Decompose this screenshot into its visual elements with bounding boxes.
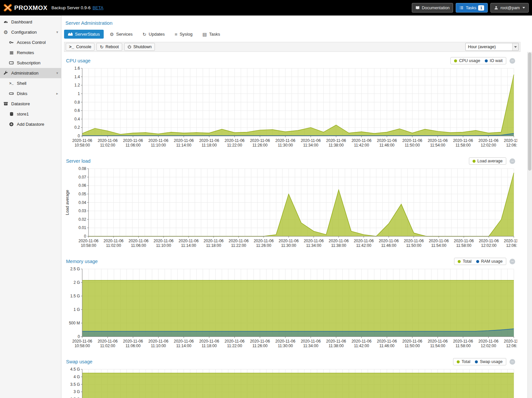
book-icon [415, 6, 420, 10]
reboot-button[interactable]: ↻ Reboot [96, 43, 122, 51]
svg-text:4.5 G: 4.5 G [70, 367, 80, 372]
svg-text:11:26:00: 11:26:00 [252, 344, 267, 348]
time-range-select[interactable]: Hour (average) [465, 43, 519, 51]
tab-serverstatus[interactable]: ServerStatus [64, 30, 104, 39]
svg-text:12:06:00: 12:06:00 [506, 344, 517, 348]
list-icon: ≡ [175, 32, 177, 37]
scrollbar-thumb[interactable] [528, 52, 531, 171]
svg-text:2.5 G: 2.5 G [70, 267, 80, 271]
svg-text:11:46:00: 11:46:00 [379, 143, 395, 148]
svg-text:1.2: 1.2 [74, 83, 80, 87]
sidebar-item-datastore[interactable]: Datastore [0, 99, 61, 109]
svg-text:1.6: 1.6 [74, 66, 80, 71]
svg-text:2020-11-06: 2020-11-06 [72, 339, 92, 344]
terminal-icon: >_ [9, 82, 14, 85]
svg-text:11:50:00: 11:50:00 [406, 243, 421, 248]
svg-text:11:22:00: 11:22:00 [227, 344, 242, 348]
collapse-panel-icon[interactable]: – [510, 259, 515, 264]
svg-text:2020-11-06: 2020-11-06 [275, 339, 296, 344]
tab-services[interactable]: ⚙ Services [106, 30, 136, 39]
select-trigger[interactable] [512, 43, 518, 50]
shutdown-button[interactable]: Shutdown [124, 43, 155, 51]
svg-text:2020-11-06: 2020-11-06 [379, 239, 399, 243]
time-range-value: Hour (average) [466, 45, 512, 49]
sidebar-item-shell[interactable]: >_ Shell [0, 78, 61, 88]
svg-text:11:06:00: 11:06:00 [125, 143, 141, 148]
tab-label: Updates [149, 32, 164, 37]
tab-updates[interactable]: ↻ Updates [139, 30, 169, 39]
svg-text:2020-11-06: 2020-11-06 [104, 239, 124, 243]
chart-legend: CPU usageIO wait [450, 57, 506, 64]
vertical-scrollbar[interactable] [527, 52, 532, 398]
sidebar-item-label: Configuration [11, 30, 37, 35]
svg-text:2020-11-06: 2020-11-06 [72, 138, 92, 143]
sidebar-item-dashboard[interactable]: Dashboard [0, 17, 61, 27]
svg-text:11:26:00: 11:26:00 [256, 243, 271, 248]
tab-tasks[interactable]: ▤ Tasks [198, 30, 224, 39]
svg-text:11:42:00: 11:42:00 [354, 344, 369, 348]
proxmox-logo-icon [3, 4, 12, 12]
sidebar-item-configuration[interactable]: ⚙ Configuration ▾ [0, 27, 61, 37]
sidebar: Dashboard ⚙ Configuration ▾ Access Contr… [0, 16, 61, 398]
chevron-right-icon: ▸ [56, 91, 58, 96]
collapse-panel-icon[interactable]: – [510, 359, 515, 365]
load-chart-canvas: 00.010.020.030.040.050.060.070.082020-11… [64, 166, 517, 252]
svg-text:11:58:00: 11:58:00 [455, 344, 471, 348]
dashboard-icon [3, 19, 9, 24]
svg-text:11:58:00: 11:58:00 [455, 143, 471, 148]
cpu-usage-chart: 00.20.40.60.811.21.41.62020-11-0610:58:0… [64, 66, 517, 152]
svg-text:2020-11-06: 2020-11-06 [174, 138, 194, 143]
chart-legend: Load average [469, 157, 506, 165]
memory-chart-canvas: 0500 M1 G1.5 G2 G2.5 G2020-11-0610:58:00… [64, 266, 517, 353]
swap-chart-canvas: 0500 M1 G1.5 G2 G2.5 G3 G3.5 G4 G4.5 G20… [64, 367, 517, 398]
collapse-panel-icon[interactable]: – [510, 58, 515, 64]
sidebar-item-disks[interactable]: Disks ▸ [0, 88, 61, 99]
reboot-icon: ↻ [100, 45, 103, 49]
collapse-panel-icon[interactable]: – [510, 158, 515, 164]
svg-text:11:38:00: 11:38:00 [331, 243, 346, 248]
svg-text:1: 1 [78, 91, 80, 96]
svg-text:11:18:00: 11:18:00 [201, 344, 217, 348]
main-content: Server Administration ServerStatus ⚙ Ser… [61, 16, 532, 398]
svg-text:11:54:00: 11:54:00 [430, 143, 445, 148]
svg-text:0: 0 [78, 334, 80, 339]
legend-item: Total [457, 359, 470, 364]
svg-text:2020-11-06: 2020-11-06 [377, 339, 397, 344]
svg-text:11:46:00: 11:46:00 [381, 243, 396, 248]
app-window: PROXMOX Backup Server 0.9-6 BETA Documen… [0, 0, 532, 398]
svg-text:11:38:00: 11:38:00 [329, 143, 344, 148]
sidebar-item-label: Add Datastore [17, 122, 44, 127]
tab-syslog[interactable]: ≡ Syslog [171, 30, 196, 39]
svg-text:2020-11-06: 2020-11-06 [351, 138, 372, 143]
sidebar-item-label: Dashboard [11, 19, 32, 24]
sidebar-item-subscription[interactable]: Subscription [0, 58, 61, 68]
tasks-button[interactable]: Tasks 1 [456, 3, 488, 13]
beta-link[interactable]: BETA [92, 5, 103, 10]
sidebar-item-administration[interactable]: Administration ▾ [0, 68, 61, 78]
sidebar-item-add-datastore[interactable]: Add Datastore [0, 119, 61, 129]
svg-text:2020-11-06: 2020-11-06 [301, 339, 321, 344]
documentation-button[interactable]: Documentation [412, 3, 453, 13]
brand-name: PROXMOX [14, 4, 48, 12]
svg-text:11:22:00: 11:22:00 [231, 243, 246, 248]
svg-text:2020-11-06: 2020-11-06 [79, 239, 99, 243]
user-menu-button[interactable]: root@pam [490, 3, 529, 13]
sidebar-item-access-control[interactable]: Access Control [0, 37, 61, 48]
sidebar-item-store1[interactable]: store1 [0, 109, 61, 119]
gears-icon: ⚙ [3, 30, 9, 35]
svg-text:2020-11-06: 2020-11-06 [354, 239, 374, 243]
svg-text:12:02:00: 12:02:00 [481, 344, 496, 348]
tasks-count-badge: 1 [478, 5, 484, 11]
svg-text:11:10:00: 11:10:00 [151, 143, 166, 148]
svg-text:11:34:00: 11:34:00 [306, 243, 321, 248]
chart-legend: TotalRAM usage [454, 258, 506, 265]
svg-text:1.5 G: 1.5 G [70, 294, 80, 298]
power-icon [127, 45, 131, 50]
console-label: Console [76, 45, 91, 49]
svg-text:11:30:00: 11:30:00 [278, 344, 293, 348]
sidebar-item-remotes[interactable]: Remotes [0, 48, 61, 58]
console-button[interactable]: >_ Console [66, 43, 94, 51]
svg-text:0.05: 0.05 [79, 192, 87, 196]
svg-text:11:06:00: 11:06:00 [125, 344, 141, 348]
svg-text:2020-11-06: 2020-11-06 [148, 138, 168, 143]
